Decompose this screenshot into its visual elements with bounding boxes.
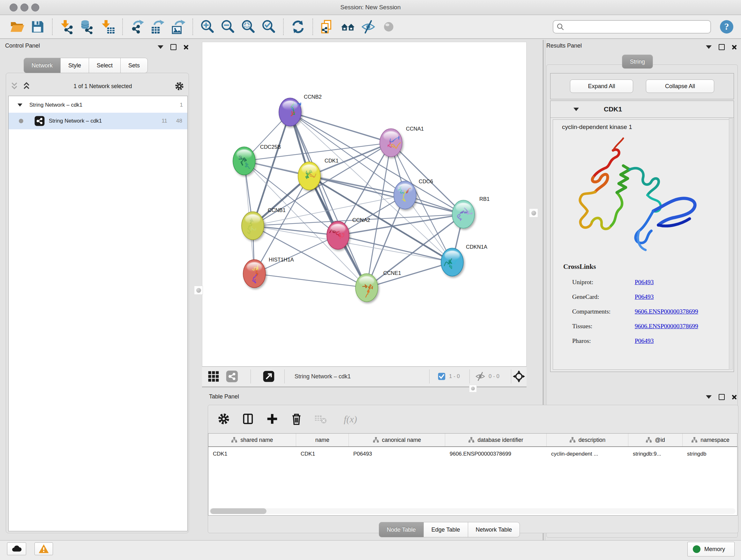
- close-panel-icon[interactable]: [184, 45, 189, 50]
- network-node-RB1[interactable]: RB1: [452, 196, 489, 228]
- delete-table-button[interactable]: [313, 412, 328, 427]
- export-network-button[interactable]: [130, 19, 145, 35]
- crosslink-value-link[interactable]: 9606.ENSP00000378699: [635, 308, 698, 315]
- collapse-all-button[interactable]: Collapse All: [646, 79, 714, 93]
- tab-node-table[interactable]: Node Table: [379, 522, 424, 537]
- tree-expander-icon[interactable]: [17, 104, 22, 107]
- network-edge[interactable]: [290, 112, 391, 143]
- crosslink-value-link[interactable]: P06493: [635, 279, 654, 286]
- zoom-in-button[interactable]: [200, 19, 215, 35]
- export-table-button[interactable]: [150, 19, 165, 35]
- open-file-button[interactable]: [10, 19, 25, 35]
- tab-string[interactable]: String: [622, 55, 653, 69]
- apply-layout-button[interactable]: [290, 19, 306, 35]
- delete-columns-button[interactable]: [289, 412, 304, 427]
- cdk1-section-header[interactable]: CDK1: [550, 101, 734, 118]
- first-neighbors-button[interactable]: [340, 19, 355, 35]
- column-header-database-identifier[interactable]: database identifier: [445, 434, 547, 446]
- network-node-CCNA1[interactable]: CCNA1: [380, 126, 424, 157]
- warnings-button[interactable]: [35, 543, 53, 555]
- table-cell[interactable]: CDK1: [296, 447, 349, 461]
- function-builder-button[interactable]: f(x): [338, 412, 363, 427]
- expand-all-icon[interactable]: [22, 81, 31, 91]
- open-in-browser-icon[interactable]: [263, 370, 275, 382]
- collapse-panel-icon[interactable]: [706, 395, 712, 399]
- import-network-from-file-button[interactable]: [59, 19, 75, 35]
- tab-style[interactable]: Style: [61, 58, 89, 73]
- collapse-panel-icon[interactable]: [158, 45, 163, 49]
- help-button[interactable]: [719, 19, 734, 34]
- tab-sets[interactable]: Sets: [121, 58, 148, 73]
- tab-network-table[interactable]: Network Table: [468, 522, 520, 537]
- crosslink-value-link[interactable]: P06493: [635, 294, 654, 300]
- horizontal-splitter[interactable]: [202, 387, 527, 387]
- network-node-CDC6[interactable]: CDC6: [394, 179, 433, 209]
- float-panel-icon[interactable]: [719, 44, 725, 50]
- network-edge[interactable]: [290, 112, 367, 288]
- network-edge[interactable]: [254, 273, 367, 288]
- tab-edge-table[interactable]: Edge Table: [424, 522, 468, 537]
- collapse-all-icon[interactable]: [10, 81, 19, 91]
- import-table-from-file-button[interactable]: [100, 19, 116, 35]
- expand-all-button[interactable]: Expand All: [570, 79, 633, 93]
- birds-eye-toggle-icon[interactable]: [512, 370, 526, 383]
- crosslink-value-link[interactable]: P06493: [635, 337, 654, 345]
- float-panel-icon[interactable]: [171, 44, 177, 50]
- grid-view-icon[interactable]: [207, 370, 220, 383]
- float-panel-icon[interactable]: [719, 394, 725, 400]
- network-tree-row-selected[interactable]: String Network – cdk1 11 48: [9, 113, 187, 129]
- results-scrollbar[interactable]: [729, 118, 733, 370]
- hide-selected-button[interactable]: [360, 19, 376, 35]
- horizontal-scrollbar-thumb[interactable]: [210, 508, 266, 514]
- export-image-button[interactable]: [171, 19, 186, 35]
- horizontal-scrollbar-track[interactable]: [209, 508, 736, 514]
- left-splitter-handle[interactable]: [194, 286, 203, 295]
- close-panel-icon[interactable]: [732, 395, 737, 400]
- collapse-panel-icon[interactable]: [706, 45, 712, 49]
- network-edge[interactable]: [338, 235, 452, 262]
- network-edge[interactable]: [367, 262, 452, 288]
- column-header-description[interactable]: description: [547, 434, 628, 446]
- section-expander-icon[interactable]: [574, 108, 579, 111]
- column-header-canonical-name[interactable]: canonical name: [349, 434, 445, 446]
- hidden-eye-slash-icon[interactable]: [475, 371, 485, 381]
- network-node-CCNB1[interactable]: CCNB1: [242, 207, 286, 240]
- column-header-namespace[interactable]: namespace: [683, 434, 738, 446]
- network-tree-root-row[interactable]: String Network – cdk1 1: [9, 98, 187, 113]
- column-header-shared-name[interactable]: shared name: [208, 434, 296, 446]
- table-cell[interactable]: stringdb:9...: [628, 447, 683, 461]
- network-edge[interactable]: [290, 112, 463, 214]
- memory-button[interactable]: Memory: [687, 542, 735, 557]
- save-session-button[interactable]: [30, 19, 45, 35]
- create-column-button[interactable]: [265, 412, 280, 427]
- cloud-status-button[interactable]: [7, 543, 26, 555]
- clone-network-button[interactable]: [320, 19, 335, 35]
- table-cell[interactable]: 9606.ENSP00000378699: [445, 447, 547, 461]
- table-cell[interactable]: cyclin-dependent ...: [547, 447, 628, 461]
- network-options-gear-icon[interactable]: [174, 81, 185, 91]
- string-style-icon[interactable]: [226, 370, 239, 383]
- table-cell[interactable]: CDK1: [208, 447, 296, 461]
- zoom-selected-button[interactable]: [261, 19, 276, 35]
- table-row[interactable]: CDK1CDK1P064939606.ENSP00000378699cyclin…: [208, 447, 737, 461]
- column-header-@id[interactable]: @id: [628, 434, 683, 446]
- network-node-CDKN1A[interactable]: CDKN1A: [441, 244, 487, 276]
- table-cell[interactable]: stringdb: [683, 447, 738, 461]
- tab-select[interactable]: Select: [89, 58, 121, 73]
- network-edge[interactable]: [253, 226, 338, 235]
- crosslink-value-link[interactable]: 9606.ENSP00000378699: [635, 323, 698, 330]
- close-panel-icon[interactable]: [732, 45, 737, 50]
- import-network-from-database-button[interactable]: [80, 19, 95, 35]
- table-cell[interactable]: P06493: [349, 447, 445, 461]
- zoom-fit-button[interactable]: [241, 19, 256, 35]
- right-splitter-handle[interactable]: [529, 208, 538, 217]
- network-canvas[interactable]: CCNB2CCNA1CDC25BCDK1CDC6RB1CCNB1CCNA2CDK…: [202, 42, 527, 367]
- network-node-CCNE1[interactable]: CCNE1: [355, 270, 401, 302]
- bottom-splitter-handle[interactable]: [469, 385, 477, 392]
- zoom-out-button[interactable]: [220, 19, 235, 35]
- column-header-name[interactable]: name: [296, 434, 349, 446]
- tab-network[interactable]: Network: [23, 58, 61, 73]
- show-all-button[interactable]: [381, 19, 396, 35]
- network-edge[interactable]: [254, 235, 338, 273]
- search-input[interactable]: [553, 20, 711, 34]
